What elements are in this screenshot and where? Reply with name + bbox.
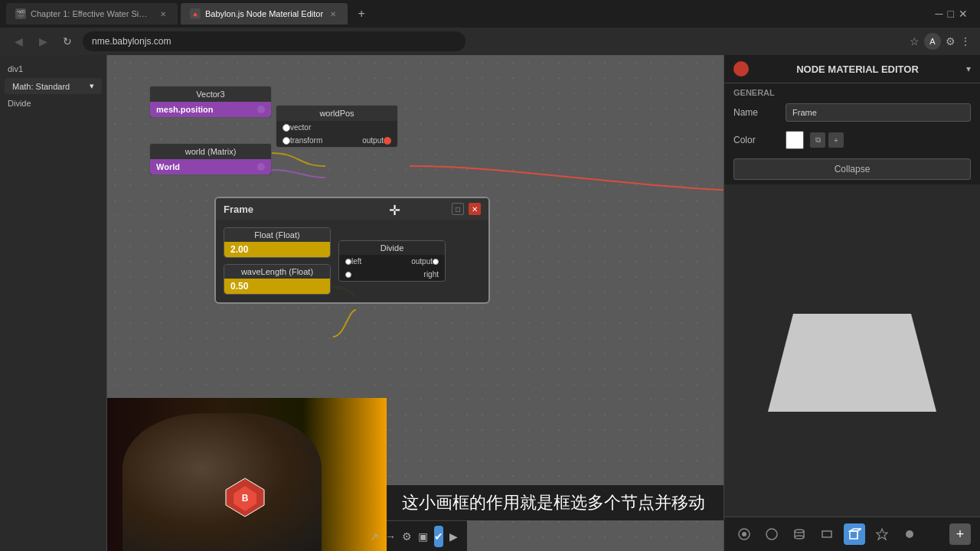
worldpos-transform-label: transform: [290, 136, 322, 145]
preview-area: [724, 184, 980, 517]
world-matrix-node[interactable]: world (Matrix) World: [149, 143, 272, 175]
toolbar-add-button[interactable]: +: [949, 523, 971, 545]
worldpos-vector-label: vector: [290, 123, 311, 132]
name-input[interactable]: [786, 103, 971, 122]
preview-shape: [768, 289, 936, 412]
svg-rect-10: [822, 531, 831, 537]
toolbar-box-icon[interactable]: [844, 523, 865, 545]
worldpos-transform-row: transform output: [276, 134, 397, 147]
menu-icon[interactable]: ⋮: [960, 35, 971, 47]
mesh-position-row: mesh.position: [150, 102, 271, 117]
frame-close-button[interactable]: ✕: [469, 203, 481, 215]
minimize-button[interactable]: ─: [936, 8, 943, 20]
worldpos-header: worldPos: [276, 106, 397, 121]
tab-bar: 🎬 Chapter 1: Effective Water Simul... ✕ …: [0, 0, 980, 28]
forward-button[interactable]: ▶: [34, 32, 52, 51]
bottom-settings-icon[interactable]: ⚙: [402, 526, 412, 547]
sidebar-math-label: Math: Standard: [12, 82, 70, 91]
url-text: nme.babylonjs.com: [92, 36, 171, 47]
color-swatch[interactable]: [786, 131, 804, 149]
tab-2[interactable]: 🔺 Babylon.js Node Material Editor ✕: [181, 3, 348, 24]
url-bar[interactable]: nme.babylonjs.com: [83, 31, 466, 51]
divide-left-label: left: [351, 257, 361, 266]
toolbar-dot-icon[interactable]: [899, 523, 920, 545]
right-bottom-toolbar: +: [724, 517, 980, 551]
new-tab-button[interactable]: +: [351, 3, 372, 24]
left-sidebar: div1 Math: Standard ▾ Divide: [0, 55, 107, 551]
bottom-check-icon[interactable]: ✔: [434, 526, 443, 547]
panel-expand-icon[interactable]: ▾: [966, 64, 971, 74]
maximize-button[interactable]: □: [948, 8, 954, 20]
toolbar-cylinder-icon[interactable]: [789, 523, 810, 545]
profile-icon[interactable]: A: [924, 33, 941, 50]
address-bar: ◀ ▶ ↻ nme.babylonjs.com ☆ A ⚙ ⋮: [0, 28, 980, 55]
name-row: Name: [724, 99, 980, 126]
color-icons: ⧉ +: [810, 132, 844, 148]
toolbar-camera-icon[interactable]: [733, 523, 755, 545]
back-button[interactable]: ◀: [9, 32, 28, 51]
wavelength-value-row: 0.50: [224, 279, 330, 294]
color-add-icon[interactable]: +: [828, 132, 844, 148]
bottom-compass-icon[interactable]: →: [385, 526, 396, 547]
bottom-grid-icon[interactable]: ▣: [418, 526, 428, 547]
frame-container[interactable]: Frame □ ✕ Float (Float) 2.00: [214, 197, 490, 304]
float-200-value: 2.00: [230, 244, 248, 255]
color-label: Color: [733, 135, 779, 145]
bottom-play-icon[interactable]: ▶: [449, 526, 458, 547]
float-200-value-row: 2.00: [224, 242, 330, 257]
float-200-node[interactable]: Float (Float) 2.00: [224, 227, 331, 258]
divide-right-port-in: [345, 272, 351, 278]
color-copy-icon[interactable]: ⧉: [810, 132, 825, 148]
worldpos-vector-port-in: [283, 124, 290, 132]
tab2-favicon: 🔺: [190, 8, 201, 19]
tab2-close[interactable]: ✕: [328, 8, 338, 19]
extensions-icon[interactable]: ⚙: [946, 35, 956, 47]
vector3-node[interactable]: Vector3 mesh.position: [149, 86, 272, 118]
world-matrix-header: world (Matrix): [150, 144, 271, 159]
divide-right-row: right: [339, 268, 445, 281]
worldpos-output-label: output: [362, 136, 384, 145]
wavelength-node[interactable]: waveLength (Float) 0.50: [224, 264, 331, 295]
toolbar-star-icon[interactable]: [871, 523, 893, 545]
svg-point-4: [742, 532, 746, 536]
tab1-close[interactable]: ✕: [158, 8, 168, 19]
world-row: World: [150, 159, 271, 174]
vector3-header: Vector3: [150, 86, 271, 102]
divide-left-row: left output: [339, 255, 445, 268]
refresh-button[interactable]: ↻: [58, 32, 77, 51]
close-window-button[interactable]: ✕: [959, 8, 968, 20]
address-icons: ☆ A ⚙ ⋮: [910, 33, 971, 50]
sidebar-divide-label: Divide: [8, 99, 31, 108]
tab2-label: Babylon.js Node Material Editor: [205, 9, 323, 18]
canvas-area[interactable]: Vector3 mesh.position worldPos vector tr…: [107, 55, 724, 551]
wavelength-port: [316, 282, 324, 290]
divide-right-label: right: [424, 270, 439, 279]
app-bottom-bar: ↗ → ⚙ ▣ ✔ ▶: [387, 520, 467, 551]
bookmark-icon[interactable]: ☆: [910, 35, 920, 47]
svg-text:B: B: [242, 493, 249, 504]
browser-chrome: 🎬 Chapter 1: Effective Water Simul... ✕ …: [0, 0, 980, 55]
tab-1[interactable]: 🎬 Chapter 1: Effective Water Simul... ✕: [6, 3, 178, 24]
frame-controls: □ ✕: [452, 203, 481, 215]
tab1-label: Chapter 1: Effective Water Simul...: [31, 9, 153, 18]
float-200-port: [316, 246, 324, 253]
subtitle-bar: 这小画框的作用就是框选多个节点并移动: [387, 485, 724, 520]
toolbar-plane-icon[interactable]: [816, 523, 838, 545]
worldpos-node[interactable]: worldPos vector transform output: [276, 105, 398, 148]
divide-header: Divide: [339, 241, 445, 255]
divide-node[interactable]: Divide left output right: [338, 240, 446, 282]
right-panel-header: NODE MATERIAL EDITOR ▾: [724, 55, 980, 83]
name-label: Name: [733, 107, 779, 118]
toolbar-sphere-icon[interactable]: [761, 523, 782, 545]
general-section-label: GENERAL: [724, 83, 980, 99]
bottom-arrow-icon[interactable]: ↗: [370, 526, 379, 547]
frame-minimize-button[interactable]: □: [452, 203, 464, 215]
divide-output-label: output: [411, 257, 433, 266]
sidebar-math-dropdown[interactable]: Math: Standard ▾: [5, 78, 102, 94]
float-200-header: Float (Float): [224, 228, 330, 242]
svg-point-5: [766, 529, 777, 540]
svg-point-9: [795, 536, 804, 539]
sidebar-divide-item[interactable]: Divide: [0, 96, 106, 111]
panel-icon: [733, 61, 749, 77]
collapse-button[interactable]: Collapse: [733, 158, 971, 180]
